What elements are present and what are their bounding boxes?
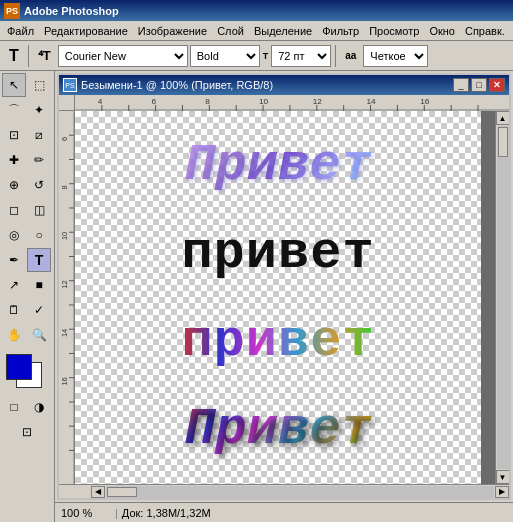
document-area: PS Безымени-1 @ 100% (Привет, RGB/8) _ □… (55, 71, 513, 522)
svg-text:4: 4 (98, 97, 103, 106)
text-tool[interactable]: T (27, 248, 51, 272)
canvas-wrapper: 4 6 8 10 12 14 16 (59, 95, 509, 498)
bottom-scrollbar[interactable]: ◀ ▶ (59, 484, 509, 498)
svg-text:8: 8 (60, 185, 69, 189)
slice-tool[interactable]: ⧄ (27, 123, 51, 147)
shape-icon: ■ (35, 279, 42, 291)
svg-text:8: 8 (205, 97, 210, 106)
menu-edit[interactable]: Редактирование (39, 23, 133, 39)
canvas-text-4: Привет (184, 400, 371, 459)
brush-tool[interactable]: ✏ (27, 148, 51, 172)
notes-tool[interactable]: 🗒 (2, 298, 26, 322)
menu-select[interactable]: Выделение (249, 23, 317, 39)
scroll-up-arrow[interactable]: ▲ (496, 111, 510, 125)
scroll-track-bottom[interactable] (106, 486, 494, 498)
tool-row-8: ✒ T (2, 248, 52, 272)
tool-row-6: ◻ ◫ (2, 198, 52, 222)
app-title: Adobe Photoshop (24, 5, 119, 17)
slice-icon: ⧄ (35, 129, 43, 141)
heal-tool[interactable]: ✚ (2, 148, 26, 172)
screen-mode-icon: ⊡ (22, 426, 32, 438)
canvas-text-area: Привет привет привет Привет (75, 111, 481, 484)
svg-text:12: 12 (60, 280, 69, 288)
scroll-thumb-right[interactable] (498, 127, 508, 157)
history-tool[interactable]: ↺ (27, 173, 51, 197)
svg-text:16: 16 (60, 377, 69, 385)
anti-alias-select[interactable]: Четкое (363, 45, 428, 67)
tool-row-5: ⊕ ↺ (2, 173, 52, 197)
menu-filter[interactable]: Фильтр (317, 23, 364, 39)
doc-info: Док: 1,38М/1,32М (122, 507, 211, 519)
zoom-tool[interactable]: 🔍 (27, 323, 51, 347)
scroll-right-arrow[interactable]: ▶ (495, 486, 509, 498)
tool-row-4: ✚ ✏ (2, 148, 52, 172)
marquee-tool[interactable]: ⬚ (27, 73, 51, 97)
tool-row-10: 🗒 ✓ (2, 298, 52, 322)
font-size-icon: T (263, 51, 269, 61)
ruler-corner (59, 95, 75, 111)
svg-text:14: 14 (60, 328, 69, 337)
menu-layer[interactable]: Слой (212, 23, 249, 39)
tools-panel: ↖ ⬚ ⌒ ✦ ⊡ ⧄ ✚ ✏ (0, 71, 55, 522)
menu-view[interactable]: Просмотр (364, 23, 424, 39)
minimize-button[interactable]: _ (453, 78, 469, 92)
menu-bar: Файл Редактирование Изображение Слой Выд… (0, 21, 513, 41)
lasso-tool[interactable]: ⌒ (2, 98, 26, 122)
gradient-icon: ◫ (34, 204, 45, 216)
maximize-button[interactable]: □ (471, 78, 487, 92)
text-tool-button[interactable]: T (4, 44, 24, 68)
scroll-track-right[interactable] (497, 126, 509, 469)
tool-row-7: ◎ ○ (2, 223, 52, 247)
clone-tool[interactable]: ⊕ (2, 173, 26, 197)
blur-icon: ◎ (9, 229, 19, 241)
scroll-thumb-bottom[interactable] (107, 487, 137, 497)
menu-window[interactable]: Окно (424, 23, 460, 39)
close-button[interactable]: ✕ (489, 78, 505, 92)
eyedropper-tool[interactable]: ✓ (27, 298, 51, 322)
font-family-select[interactable]: Courier New (58, 45, 188, 67)
canvas-scroll-area[interactable]: Привет привет привет Привет (75, 111, 495, 484)
marquee-icon: ⬚ (34, 79, 45, 91)
scroll-left-arrow[interactable]: ◀ (91, 486, 105, 498)
foreground-color-swatch[interactable] (6, 354, 32, 380)
shape-tool[interactable]: ■ (27, 273, 51, 297)
tool-row-11: ✋ 🔍 (2, 323, 52, 347)
menu-help[interactable]: Справк. (460, 23, 510, 39)
clone-icon: ⊕ (9, 179, 19, 191)
text-orientation-button[interactable]: ⁴T (33, 44, 56, 68)
hand-tool[interactable]: ✋ (2, 323, 26, 347)
gradient-tool[interactable]: ◫ (27, 198, 51, 222)
font-style-select[interactable]: Bold (190, 45, 260, 67)
pen-tool[interactable]: ✒ (2, 248, 26, 272)
quick-mask-btn[interactable]: ◑ (27, 395, 51, 419)
blur-tool[interactable]: ◎ (2, 223, 26, 247)
ruler-left-svg: 6 8 10 12 14 16 (59, 111, 75, 484)
options-toolbar: T ⁴T Courier New Bold T 72 пт аа Четкое (0, 41, 513, 71)
toolbar-separator-1 (28, 45, 29, 67)
magic-wand-tool[interactable]: ✦ (27, 98, 51, 122)
anti-alias-label: аа (340, 44, 361, 68)
scroll-corner (75, 485, 91, 499)
dodge-icon: ○ (35, 229, 42, 241)
color-swatches[interactable] (2, 352, 52, 392)
standard-mode-btn[interactable]: □ (2, 395, 26, 419)
screen-mode-btn[interactable]: ⊡ (2, 420, 52, 444)
toolbar-separator-2 (335, 45, 336, 67)
canvas-row: 6 8 10 12 14 16 Привет (59, 111, 509, 484)
path-selection-tool[interactable]: ↗ (2, 273, 26, 297)
tool-row-9: ↗ ■ (2, 273, 52, 297)
menu-file[interactable]: Файл (2, 23, 39, 39)
crop-tool[interactable]: ⊡ (2, 123, 26, 147)
canvas-text-2: привет (181, 224, 374, 283)
eraser-tool[interactable]: ◻ (2, 198, 26, 222)
right-scrollbar[interactable]: ▲ ▼ (495, 111, 509, 484)
canvas-content: Привет привет привет Привет (75, 111, 481, 484)
move-icon: ↖ (9, 79, 19, 91)
dodge-tool[interactable]: ○ (27, 223, 51, 247)
path-select-icon: ↗ (9, 279, 19, 291)
menu-image[interactable]: Изображение (133, 23, 212, 39)
font-size-select[interactable]: 72 пт (271, 45, 331, 67)
move-tool[interactable]: ↖ (2, 73, 26, 97)
scroll-down-arrow[interactable]: ▼ (496, 470, 510, 484)
status-separator: | (115, 507, 118, 519)
